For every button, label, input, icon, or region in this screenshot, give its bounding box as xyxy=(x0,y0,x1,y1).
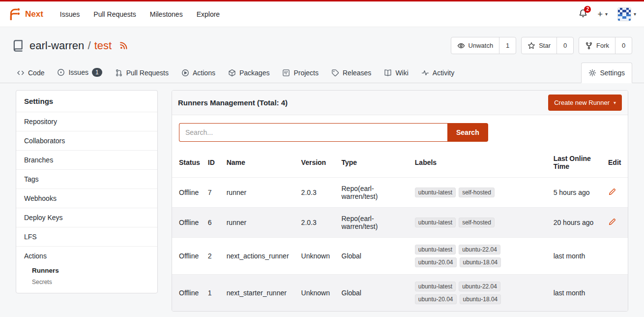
settings-content: Settings Repository Collaborators Branch… xyxy=(0,83,644,312)
tab-pull-requests[interactable]: Pull Requests xyxy=(110,63,174,83)
runner-last-online: last month xyxy=(550,275,604,312)
watch-button-group: Unwatch 1 xyxy=(451,37,517,54)
unwatch-button[interactable]: Unwatch xyxy=(451,37,499,54)
create-new-menu-button[interactable]: + ▾ xyxy=(597,10,608,19)
sidebar-item-collaborators[interactable]: Collaborators xyxy=(16,131,157,150)
nav-link-milestones[interactable]: Milestones xyxy=(143,1,190,27)
issues-count-badge: 1 xyxy=(92,68,102,77)
eye-icon xyxy=(457,42,465,50)
runner-version: Unknown xyxy=(297,238,338,275)
runners-panel-header: Runners Management (Total: 4) Create new… xyxy=(172,91,628,115)
label-chip: ubuntu-18.04 xyxy=(460,257,501,267)
sidebar-item-deploy-keys[interactable]: Deploy Keys xyxy=(16,208,157,227)
tab-actions[interactable]: Actions xyxy=(176,63,220,83)
tab-packages-label: Packages xyxy=(239,69,269,77)
repo-owner-link[interactable]: earl-warren xyxy=(29,39,84,52)
label-chip: ubuntu-latest xyxy=(415,218,456,227)
tab-wiki[interactable]: Wiki xyxy=(379,63,413,83)
label-chip: ubuntu-22.04 xyxy=(459,282,500,291)
edit-runner-button[interactable] xyxy=(608,218,616,226)
label-chip: ubuntu-22.04 xyxy=(459,245,500,254)
label-chip: self-hosted xyxy=(459,188,495,197)
create-runner-button[interactable]: Create new Runner ▾ xyxy=(548,95,622,111)
fork-label: Fork xyxy=(596,42,609,49)
label-chip: ubuntu-20.04 xyxy=(415,257,457,267)
runner-type: Repo(earl-warren/test) xyxy=(338,178,411,208)
sidebar-item-secrets[interactable]: Secrets xyxy=(16,276,157,293)
tab-releases[interactable]: Releases xyxy=(326,63,376,83)
gear-icon xyxy=(588,69,596,77)
fork-count[interactable]: 0 xyxy=(615,37,632,54)
runner-type: Global xyxy=(338,275,411,312)
runners-panel: Runners Management (Total: 4) Create new… xyxy=(172,90,628,312)
tag-icon xyxy=(331,69,339,77)
nav-link-explore[interactable]: Explore xyxy=(190,1,227,27)
rss-feed-icon[interactable] xyxy=(119,41,128,50)
sidebar-item-tags[interactable]: Tags xyxy=(16,169,157,189)
runner-edit-cell xyxy=(604,275,628,312)
column-header-version: Version xyxy=(297,148,338,178)
runner-name: next_starter_runner xyxy=(223,275,297,312)
search-button[interactable]: Search xyxy=(447,123,488,142)
label-chip: ubuntu-latest xyxy=(415,245,456,254)
tab-settings[interactable]: Settings xyxy=(581,63,632,83)
tab-projects[interactable]: Projects xyxy=(277,63,323,83)
runner-last-online: 20 hours ago xyxy=(550,208,604,238)
fork-button-group: Fork 0 xyxy=(579,37,632,54)
forgejo-logo-home-link[interactable]: Next xyxy=(8,7,43,21)
table-header-row: Status ID Name Version Type Labels Last … xyxy=(172,148,628,178)
caret-down-icon: ▾ xyxy=(634,11,636,17)
star-count[interactable]: 0 xyxy=(556,37,573,54)
top-navbar: Next Issues Pull Requests Milestones Exp… xyxy=(0,1,644,27)
brand-name: Next xyxy=(25,9,43,19)
table-row: Offline 1 next_starter_runner Unknown Gl… xyxy=(172,275,628,312)
sidebar-item-repository[interactable]: Repository xyxy=(16,112,157,131)
pulse-icon xyxy=(421,69,429,77)
edit-runner-button[interactable] xyxy=(608,188,616,196)
table-row: Offline 6 runner 2.0.3 Repo(earl-warren/… xyxy=(172,208,628,238)
tab-packages[interactable]: Packages xyxy=(223,63,274,83)
search-input[interactable] xyxy=(179,123,447,142)
label-chip: ubuntu-20.04 xyxy=(415,294,457,304)
pencil-icon xyxy=(608,218,616,226)
tab-activity[interactable]: Activity xyxy=(416,63,459,83)
user-menu-button[interactable]: ▾ xyxy=(617,7,636,21)
runner-id: 1 xyxy=(204,275,223,312)
tab-issues[interactable]: Issues 1 xyxy=(52,62,107,83)
package-icon xyxy=(228,69,236,77)
repo-tab-bar: Code Issues 1 Pull Requests Actions Pack… xyxy=(0,62,644,83)
search-bar: Search xyxy=(172,115,628,144)
watch-count[interactable]: 1 xyxy=(499,37,516,54)
sidebar-item-lfs[interactable]: LFS xyxy=(16,227,157,246)
runner-version: Unknown xyxy=(297,275,338,312)
runner-labels: ubuntu-latest ubuntu-22.04 ubuntu-20.04 … xyxy=(411,275,550,312)
repo-name-link[interactable]: test xyxy=(94,39,112,52)
page-body: earl-warren / test Unwatch 1 xyxy=(0,27,644,317)
runner-type: Repo(earl-warren/test) xyxy=(338,208,411,238)
label-chip: self-hosted xyxy=(459,218,495,227)
column-header-edit: Edit xyxy=(604,148,628,178)
star-button-group: Star 0 xyxy=(521,37,574,54)
repo-icon xyxy=(12,39,25,52)
avatar xyxy=(617,7,631,21)
sidebar-item-runners[interactable]: Runners xyxy=(16,265,157,276)
sidebar-item-webhooks[interactable]: Webhooks xyxy=(16,189,157,208)
fork-button[interactable]: Fork xyxy=(579,37,615,54)
star-button[interactable]: Star xyxy=(522,37,556,54)
repo-title: earl-warren / test xyxy=(12,39,128,52)
tab-issues-label: Issues xyxy=(68,68,88,76)
column-header-type: Type xyxy=(338,148,411,178)
sidebar-item-branches[interactable]: Branches xyxy=(16,150,157,169)
nav-link-pull-requests[interactable]: Pull Requests xyxy=(87,1,143,27)
issue-icon xyxy=(57,68,65,76)
label-chip: ubuntu-latest xyxy=(415,188,456,197)
notifications-button[interactable]: 2 xyxy=(579,9,587,20)
runner-labels: ubuntu-latest self-hosted xyxy=(411,208,550,238)
runner-edit-cell xyxy=(604,178,628,208)
nav-link-issues[interactable]: Issues xyxy=(53,1,87,27)
tab-code[interactable]: Code xyxy=(12,63,49,83)
sidebar-item-actions[interactable]: Actions xyxy=(16,246,157,265)
runner-id: 6 xyxy=(204,208,223,238)
runner-labels: ubuntu-latest ubuntu-22.04 ubuntu-20.04 … xyxy=(411,238,550,275)
runner-version: 2.0.3 xyxy=(297,178,338,208)
